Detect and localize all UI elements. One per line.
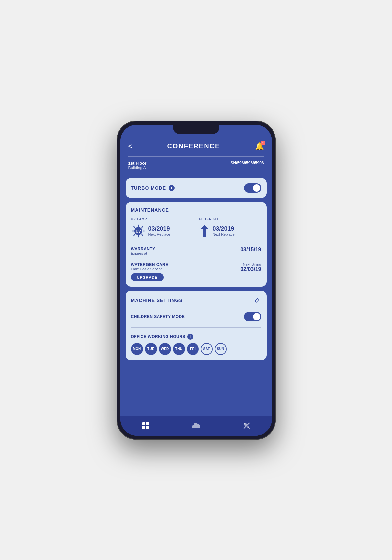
bottom-navigation [120, 416, 272, 436]
turbo-toggle[interactable] [244, 183, 261, 193]
children-safety-label: CHILDREN SAFETY MODE [131, 314, 185, 319]
edit-svg [254, 297, 260, 304]
filter-icon [199, 224, 210, 238]
svg-rect-14 [142, 426, 145, 429]
office-hours-section: OFFICE WORKING HOURS i MONTUEWEDTHUFRISA… [131, 331, 261, 355]
day-btn-tue[interactable]: TUE [145, 343, 157, 355]
next-billing-label: Next Billing [240, 262, 261, 266]
notification-bell[interactable]: 🔔 1 [255, 142, 264, 151]
turbo-label-text: TURBO MODE [131, 185, 166, 191]
tools-icon [243, 422, 251, 430]
billing-date: 02/03/19 [240, 266, 261, 272]
office-hours-label: OFFICE WORKING HOURS i [131, 334, 261, 340]
day-btn-thu[interactable]: THU [173, 343, 185, 355]
children-safety-row: CHILDREN SAFETY MODE [131, 309, 261, 324]
watergen-label: WATERGEN CARE [131, 262, 168, 267]
uv-lamp-item: UV LAMP UV [131, 217, 193, 238]
watergen-left: WATERGEN CARE Plan: Basic Service UPGRAD… [131, 262, 168, 281]
location-right: SN/596859685906 [230, 161, 264, 165]
turbo-info-icon[interactable]: i [169, 185, 175, 191]
svg-line-7 [142, 234, 143, 235]
svg-line-9 [134, 234, 135, 235]
day-btn-fri[interactable]: FRI [187, 343, 199, 355]
svg-text:UV: UV [136, 229, 141, 233]
phone-screen: < CONFERENCE 🔔 1 1st Floor Building A SN… [120, 125, 272, 436]
filter-kit-date-block: 03/2019 Next Replace [213, 225, 235, 236]
svg-rect-12 [142, 422, 145, 425]
watergen-plan: Plan: Basic Service [131, 267, 168, 271]
day-btn-sat[interactable]: SAT [201, 343, 213, 355]
page-title: CONFERENCE [167, 142, 220, 150]
day-btn-sun[interactable]: SUN [215, 343, 227, 355]
location-row: 1st Floor Building A SN/596859685906 [120, 157, 272, 174]
warranty-sub: Expires at [131, 251, 155, 255]
upgrade-button[interactable]: UPGRADE [131, 273, 164, 281]
cloud-icon [192, 422, 201, 429]
warranty-date: 03/15/19 [240, 247, 261, 253]
app-header: < CONFERENCE 🔔 1 [120, 139, 272, 156]
filter-kit-label: FILTER KIT [199, 217, 261, 221]
svg-line-6 [134, 226, 135, 227]
phone-notch [173, 125, 219, 134]
serial-number: SN/596859685906 [230, 161, 264, 165]
warranty-left: WARRANTY Expires at [131, 247, 155, 255]
filter-kit-content: 03/2019 Next Replace [199, 224, 261, 238]
svg-rect-15 [146, 426, 149, 429]
nav-cloud[interactable] [188, 419, 204, 432]
uv-lamp-date: 03/2019 [148, 225, 170, 232]
nav-tools[interactable] [238, 419, 255, 432]
watergen-row: WATERGEN CARE Plan: Basic Service UPGRAD… [131, 262, 261, 281]
day-btn-mon[interactable]: MON [131, 343, 143, 355]
maintenance-title: MAINTENANCE [131, 207, 261, 213]
machine-settings-card: MACHINE SETTINGS CHILDREN SAFETY MODE [126, 291, 267, 360]
turbo-mode-label: TURBO MODE i [131, 185, 175, 191]
maintenance-card: MAINTENANCE UV LAMP UV [126, 202, 267, 287]
filter-kit-date: 03/2019 [213, 225, 235, 232]
days-row: MONTUEWEDTHUFRISATSUN [131, 343, 261, 355]
notification-badge: 1 [261, 141, 265, 145]
settings-card-header: MACHINE SETTINGS [131, 296, 261, 305]
back-button[interactable]: < [128, 142, 133, 151]
filter-kit-next: Next Replace [213, 232, 235, 236]
settings-title: MACHINE SETTINGS [131, 298, 183, 303]
day-btn-wed[interactable]: WED [159, 343, 171, 355]
filter-kit-item: FILTER KIT 03/2019 Next Replace [199, 217, 261, 238]
uv-lamp-label: UV LAMP [131, 217, 193, 221]
building-label: Building A [128, 166, 147, 170]
maintenance-items-row: UV LAMP UV [131, 217, 261, 238]
divider-3 [131, 327, 261, 328]
uv-lamp-icon: UV [131, 224, 146, 238]
svg-rect-13 [146, 422, 149, 425]
edit-icon[interactable] [253, 296, 261, 305]
floor-label: 1st Floor [128, 161, 147, 166]
warranty-row: WARRANTY Expires at 03/15/19 [131, 247, 261, 255]
uv-lamp-next: Next Replace [148, 232, 170, 236]
uv-lamp-date-block: 03/2019 Next Replace [148, 225, 170, 236]
main-content: TURBO MODE i MAINTENANCE UV LAMP [120, 174, 272, 416]
phone-frame: < CONFERENCE 🔔 1 1st Floor Building A SN… [117, 121, 276, 440]
uv-lamp-content: UV [131, 224, 193, 238]
grid-icon [142, 422, 150, 430]
location-left: 1st Floor Building A [128, 161, 147, 170]
warranty-label: WARRANTY [131, 247, 155, 251]
nav-grid[interactable] [137, 419, 154, 432]
svg-line-8 [142, 226, 143, 227]
watergen-right: Next Billing 02/03/19 [240, 262, 261, 272]
svg-marker-10 [201, 225, 209, 237]
office-hours-text: OFFICE WORKING HOURS [131, 334, 185, 339]
turbo-mode-card: TURBO MODE i [126, 178, 267, 198]
divider-1 [131, 243, 261, 243]
divider-2 [131, 259, 261, 259]
office-hours-info-icon[interactable]: i [187, 334, 193, 340]
children-safety-toggle[interactable] [244, 312, 261, 321]
